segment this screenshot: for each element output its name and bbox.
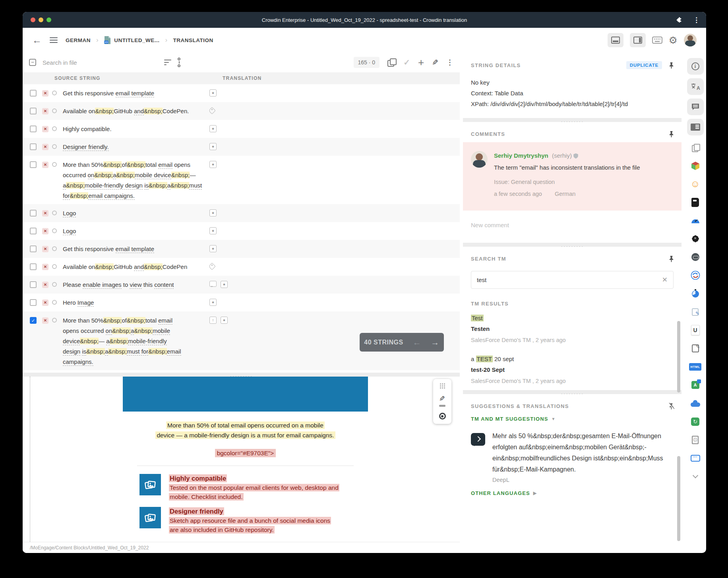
comment-card[interactable]: Serhiy Dmytryshyn (serhiy) The term "ema… [463,142,682,211]
html-file-icon[interactable]: HTML [687,360,704,373]
duplicate-badge[interactable]: DUPLICATE [626,61,662,69]
tm-search-input[interactable]: test ✕ [471,271,674,289]
mt-suggestion[interactable]: Mehr als 50 %&nbsp;der&nbsp;gesamten E-M… [463,425,682,485]
comment-author[interactable]: Serhiy Dmytryshyn [494,152,548,159]
layout-side-button[interactable] [630,33,646,47]
comments-panel-icon[interactable] [687,99,704,115]
strings-pager-label: 40 STRINGS [364,339,403,346]
source-string-row[interactable]: ✕<table border="0" cellpadding="0" cells… [23,370,460,373]
pager-previous-icon[interactable]: ← [413,338,422,347]
back-button[interactable]: ← [32,35,42,45]
preview-hero-text[interactable]: More than 50% of total email opens occur… [123,420,368,440]
row-checkbox[interactable] [30,143,37,150]
pin-icon[interactable] [668,62,674,69]
editor-menu-icon[interactable]: ⋮ [446,58,453,67]
chevron-down-icon[interactable] [687,470,704,483]
search-in-file-input[interactable]: Search in file [43,59,142,66]
layout-horizontal-button[interactable] [608,33,623,47]
tm-mt-suggestions-toggle[interactable]: TM AND MT SUGGESTIONS▼ [463,414,682,425]
compose-icon[interactable] [687,342,704,355]
tm-result-item[interactable]: a TEST 20 septtest-20 SeptSalesForce Dem… [463,349,682,390]
row-checkbox[interactable] [30,246,37,252]
preview-visibility-icon[interactable] [439,413,446,419]
row-checkbox[interactable] [30,108,37,114]
source-string-row[interactable]: ✕Please enable images to view this conte… [23,276,460,294]
source-string-row[interactable]: ✕Logo★ [23,204,460,222]
mt-suggestion-text[interactable]: Mehr als 50 %&nbsp;der&nbsp;gesamten E-M… [492,431,667,475]
browser-menu-icon[interactable]: ⋮ [693,16,700,24]
preview-feature-block[interactable]: Highly compatibleTested on the most popu… [139,474,368,501]
dark-badge-icon[interactable] [687,251,704,263]
browser-window-icon[interactable]: ··· [687,452,704,464]
row-checkbox[interactable] [30,263,37,270]
error-page-icon[interactable]: ☹ [687,433,704,446]
panel-splitter[interactable]: ::::::::: [463,390,682,394]
duplicates-navigation-icon[interactable] [387,58,395,66]
sort-order-icon[interactable] [178,58,180,67]
pin-icon[interactable] [668,131,674,137]
unpin-icon[interactable] [668,403,674,410]
tm-scrollbar-thumb[interactable] [677,321,680,392]
settings-gear-icon[interactable]: ⚙ [669,35,678,45]
pager-next-icon[interactable]: → [431,338,440,347]
source-string-row[interactable]: ✕Logo★ [23,222,460,240]
main-menu-icon[interactable] [50,36,58,44]
row-checkbox[interactable] [30,228,37,234]
row-checkbox[interactable] [30,126,37,132]
emoji-icon[interactable]: ☺ [687,178,704,190]
source-string-row[interactable]: ✕Designer friendly.★ [23,138,460,156]
row-checkbox[interactable] [30,210,37,217]
cloud-icon[interactable] [687,397,704,410]
glossary-cube-icon[interactable] [687,159,704,172]
sync-icon[interactable] [687,269,704,282]
row-checkbox[interactable] [30,90,37,97]
clear-search-icon[interactable]: ✕ [662,276,668,284]
file-translate-icon[interactable]: A [687,379,704,391]
source-string-row[interactable]: ✕Available on&nbsp;GitHub and&nbsp;CodeP… [23,258,460,276]
preview-code-text[interactable]: bgcolor="#E9703E"> [123,450,368,457]
source-string-row[interactable]: ✕Available on&nbsp;GitHub and&nbsp;CodeP… [23,102,460,120]
gauge-icon[interactable] [687,214,704,227]
drag-handle-icon[interactable] [440,383,441,385]
row-checkbox[interactable]: ✓ [30,317,37,324]
row-checkbox[interactable] [30,281,37,288]
machine-translation-icon[interactable]: A [687,78,704,95]
suggestions-scrollbar-thumb[interactable] [677,456,680,541]
breadcrumb-language[interactable]: GERMAN [66,37,91,43]
user-avatar[interactable] [684,34,697,46]
filter-icon[interactable] [164,58,171,67]
source-string-row[interactable]: ✕Highly compatible.★ [23,120,460,138]
preview-edit-icon[interactable]: ✎ [439,394,445,407]
pages-icon[interactable] [687,141,704,154]
source-string-row[interactable]: ✕Get this responsive email template★ [23,84,460,102]
row-checkbox[interactable] [30,299,37,306]
pin-icon[interactable] [668,255,674,262]
edit-icon[interactable]: ✎ [432,58,438,67]
u-badge-icon[interactable]: U [687,324,704,336]
dictionary-book-icon[interactable] [687,196,704,209]
add-string-icon[interactable]: + [418,57,424,68]
source-string-row[interactable]: ✕Hero Image★ [23,294,460,311]
breadcrumb-file[interactable]: </> UNTITLED_WE... [104,36,159,44]
breadcrumb-section[interactable]: TRANSLATION [173,37,213,43]
keyboard-shortcuts-icon[interactable] [652,37,662,44]
tm-result-item[interactable]: TestTestenSalesForce Demo's TM , 2 years… [463,308,682,349]
approve-icon[interactable]: ✓ [403,58,410,67]
new-comment-input[interactable]: New comment [463,211,682,243]
notes-icon[interactable] [687,305,704,318]
other-languages-toggle[interactable]: OTHER LANGUAGES▶ [463,485,682,501]
info-icon[interactable]: i [687,58,704,75]
panel-splitter[interactable]: ::::::::: [463,118,682,122]
preview-feature-block[interactable]: Designer friendlySketch app resource fil… [139,507,368,534]
timer-icon[interactable] [687,287,704,300]
recycle-icon[interactable]: ↻ [687,415,704,428]
panel-splitter[interactable]: ::::::::: [463,243,682,247]
row-checkbox[interactable] [30,161,37,168]
side-panel-icon[interactable] [687,119,704,135]
horizontal-splitter[interactable]: ::::::::: [23,373,460,377]
mine-icon[interactable] [687,232,704,245]
source-string-row[interactable]: ✕More than 50%&nbsp;of&nbsp;total email … [23,156,460,204]
source-string-row[interactable]: ✕Get this responsive email template★ [23,240,460,258]
extensions-icon[interactable] [676,16,683,23]
collapse-all-icon[interactable]: − [29,59,36,66]
